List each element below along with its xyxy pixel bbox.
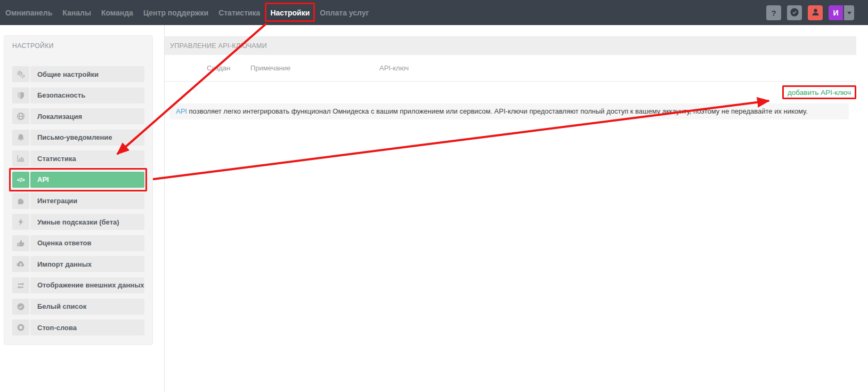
account-initial-button[interactable]: И — [829, 5, 843, 20]
lightning-icon — [12, 214, 29, 230]
sidebar-item-label: Общие настройки — [30, 66, 144, 82]
shield-icon — [12, 87, 29, 103]
sidebar-item-label: Белый список — [30, 299, 144, 315]
nav-item-payment[interactable]: Оплата услуг — [320, 0, 369, 25]
verified-badge-icon — [790, 7, 799, 19]
sidebar-item-data-import[interactable]: Импорт данных — [12, 256, 144, 272]
table-header-row: Создан Примечание API-ключ — [165, 55, 856, 82]
user-icon — [811, 7, 820, 18]
sidebar-item-whitelist[interactable]: Белый список — [12, 299, 144, 315]
bar-chart-icon — [12, 150, 29, 166]
sidebar-title: НАСТРОЙКИ — [12, 42, 144, 50]
nav-item-settings-label: Настройки — [270, 9, 310, 17]
nav-item-support-center[interactable]: Центр поддержки — [143, 0, 208, 25]
sidebar-item-label: Импорт данных — [30, 256, 144, 272]
exchange-arrows-icon — [12, 277, 29, 293]
api-doc-link[interactable]: API — [176, 107, 187, 115]
puzzle-icon — [12, 193, 29, 209]
user-button[interactable] — [808, 5, 823, 20]
sidebar-list: Общие настройки Безопасность Локализация — [12, 66, 144, 335]
content-area: НАСТРОЙКИ Общие настройки Безопасность — [0, 25, 868, 392]
sidebar-item-external-data[interactable]: Отображение внешних данных — [12, 277, 144, 293]
main-area: УПРАВЛЕНИЕ API-КЛЮЧАМИ Создан Примечание… — [164, 25, 868, 392]
api-info-bar: API позволяет легко интегрировать функци… — [169, 103, 849, 119]
api-info-text: позволяет легко интегрировать функционал… — [187, 107, 808, 115]
gears-icon — [12, 66, 29, 82]
nav-item-team[interactable]: Команда — [101, 0, 133, 25]
sidebar-item-localization[interactable]: Локализация — [12, 108, 144, 124]
sidebar-item-label: Статистика — [30, 150, 144, 166]
app-root: Омнипанель Каналы Команда Центр поддержк… — [0, 0, 868, 392]
add-api-key-button[interactable]: добавить API-ключ — [788, 89, 851, 97]
settings-sidebar: НАСТРОЙКИ Общие настройки Безопасность — [4, 35, 153, 345]
sidebar-item-security[interactable]: Безопасность — [12, 87, 144, 103]
nav-item-omnipanel[interactable]: Омнипанель — [5, 0, 52, 25]
thumbs-up-icon — [12, 235, 29, 251]
sidebar-item-label: Умные подсказки (бета) — [30, 214, 144, 230]
sidebar-item-stopwords[interactable]: Стоп-слова — [12, 319, 144, 335]
sidebar-item-label: Оценка ответов — [30, 235, 144, 251]
panel-title: УПРАВЛЕНИЕ API-КЛЮЧАМИ — [165, 36, 856, 55]
sidebar-item-api[interactable]: </> API — [12, 172, 144, 188]
account-menu-button[interactable] — [844, 5, 854, 20]
nav-item-channels[interactable]: Каналы — [62, 0, 91, 25]
top-navbar: Омнипанель Каналы Команда Центр поддержк… — [0, 0, 868, 25]
column-header-api-key: API-ключ — [379, 64, 409, 72]
code-icon: </> — [12, 172, 29, 188]
column-header-created: Создан — [207, 64, 230, 72]
check-circle-icon — [12, 299, 29, 315]
api-keys-panel: УПРАВЛЕНИЕ API-КЛЮЧАМИ Создан Примечание… — [165, 36, 856, 119]
sidebar-item-smart-suggestions[interactable]: Умные подсказки (бета) — [12, 214, 144, 230]
sidebar-item-answer-rating[interactable]: Оценка ответов — [12, 235, 144, 251]
sidebar-item-label: Локализация — [30, 108, 144, 124]
left-column: НАСТРОЙКИ Общие настройки Безопасность — [0, 25, 164, 392]
bell-icon — [12, 130, 29, 146]
sidebar-item-label: Отображение внешних данных — [30, 277, 144, 293]
add-api-key-label: добавить API-ключ — [788, 89, 851, 97]
sidebar-item-label: Стоп-слова — [30, 319, 144, 335]
sidebar-item-label: Безопасность — [30, 87, 144, 103]
nav-item-settings[interactable]: Настройки — [270, 0, 310, 25]
chevron-down-icon — [847, 12, 851, 17]
actions-row: добавить API-ключ — [165, 82, 856, 103]
sidebar-item-label: Интеграции — [30, 193, 144, 209]
nav-actions: ? И — [766, 5, 854, 20]
account-group: И — [829, 5, 854, 20]
sidebar-item-statistics[interactable]: Статистика — [12, 150, 144, 166]
nav-item-statistics[interactable]: Статистика — [218, 0, 260, 25]
column-header-note: Примечание — [250, 64, 290, 72]
help-button[interactable]: ? — [766, 5, 781, 20]
nav-items: Омнипанель Каналы Команда Центр поддержк… — [0, 0, 369, 25]
verified-badge-button[interactable] — [787, 5, 802, 20]
sidebar-item-general-settings[interactable]: Общие настройки — [12, 66, 144, 82]
sidebar-item-notification-email[interactable]: Письмо-уведомление — [12, 130, 144, 146]
sidebar-item-label: Письмо-уведомление — [30, 130, 144, 146]
stop-icon — [12, 319, 29, 335]
sidebar-item-label: API — [30, 172, 144, 188]
globe-icon — [12, 108, 29, 124]
sidebar-item-integrations[interactable]: Интеграции — [12, 193, 144, 209]
cloud-upload-icon — [12, 256, 29, 272]
help-icon: ? — [771, 9, 776, 18]
